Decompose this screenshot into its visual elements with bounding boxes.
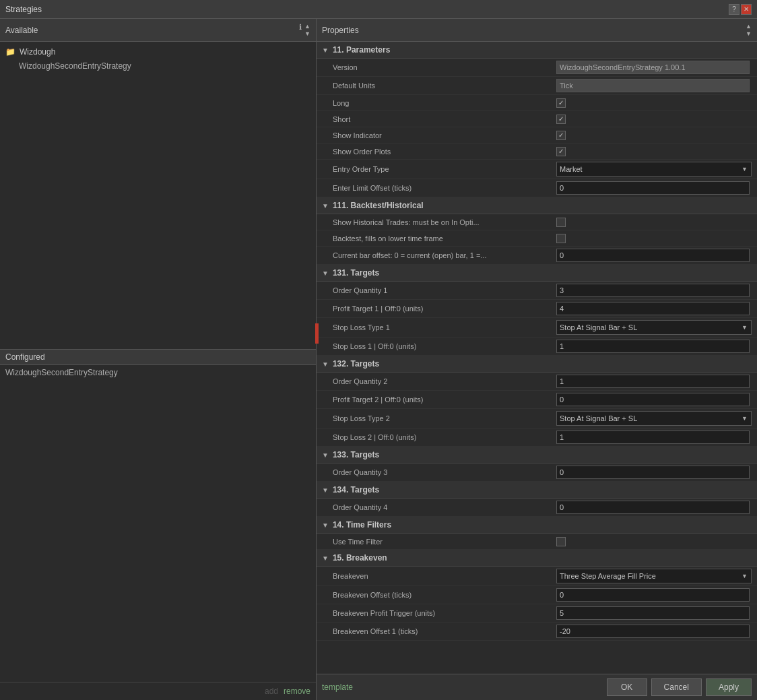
- prop-label: Current bar offset: 0 = current (open) b…: [333, 251, 556, 259]
- collapse-arrow: ▼: [322, 269, 329, 277]
- prop-input-readonly: [556, 61, 750, 74]
- strategy-item-available[interactable]: WizdoughSecondEntryStrategy: [0, 59, 316, 73]
- configured-header: Configured: [0, 349, 316, 365]
- prop-number-input[interactable]: [556, 501, 750, 514]
- prop-label: Order Quantity 4: [333, 503, 556, 511]
- prop-label: Entry Order Type: [333, 165, 556, 173]
- prop-row: Breakeven Offset 1 (ticks): [317, 623, 757, 641]
- remove-link[interactable]: remove: [284, 687, 310, 696]
- prop-number-input[interactable]: [556, 284, 750, 297]
- prop-label: Stop Loss 1 | Off:0 (units): [333, 342, 556, 350]
- prop-label: Show Historical Trades: must be on In Op…: [333, 218, 556, 226]
- prop-select-wrapper: MarketLimit: [556, 162, 752, 177]
- prop-label: Order Quantity 1: [333, 286, 556, 294]
- right-scroll-down[interactable]: ▼: [746, 30, 752, 37]
- section-title: 131. Targets: [333, 268, 379, 278]
- prop-checkbox[interactable]: [556, 537, 566, 546]
- section-header-breakeven[interactable]: ▼15. Breakeven: [317, 550, 757, 567]
- folder-wizdough[interactable]: 📁 Wizdough: [0, 44, 316, 59]
- prop-row: Stop Loss Type 1Stop At Signal Bar + SLF…: [317, 318, 757, 338]
- section-header-targets131[interactable]: ▼131. Targets: [317, 265, 757, 282]
- section-header-params[interactable]: ▼11. Parameters: [317, 42, 757, 59]
- prop-number-input[interactable]: [556, 375, 750, 388]
- prop-row: Order Quantity 4: [317, 499, 757, 517]
- bottom-bar: template OK Cancel Apply: [317, 674, 757, 700]
- configured-strategy-item[interactable]: WizdoughSecondEntryStrategy: [0, 365, 316, 380]
- collapse-arrow: ▼: [322, 554, 329, 562]
- prop-label: Default Units: [333, 82, 556, 90]
- section-header-targets134[interactable]: ▼134. Targets: [317, 482, 757, 499]
- prop-number-input[interactable]: [556, 588, 750, 602]
- prop-select-wrapper: Stop At Signal Bar + SLFixed: [556, 411, 752, 426]
- prop-checkbox[interactable]: [556, 147, 566, 156]
- section-title: 111. Backtest/Historical: [333, 201, 424, 210]
- prop-checkbox[interactable]: [556, 131, 566, 140]
- prop-row: Use Time Filter: [317, 534, 757, 550]
- help-button[interactable]: ?: [729, 4, 739, 15]
- window-title: Strategies: [5, 5, 42, 14]
- prop-label: Breakeven Offset (ticks): [333, 591, 556, 599]
- ok-button[interactable]: OK: [607, 678, 647, 696]
- properties-area: ▼11. ParametersVersionDefault UnitsLongS…: [317, 42, 757, 674]
- close-button[interactable]: ✕: [741, 4, 752, 15]
- section-title: 14. Time Filters: [333, 520, 391, 530]
- prop-label: Backtest, fills on lower time frame: [333, 234, 556, 243]
- prop-checkbox[interactable]: [556, 115, 566, 124]
- prop-label: Long: [333, 99, 556, 107]
- collapse-arrow: ▼: [322, 486, 329, 494]
- prop-number-input[interactable]: [556, 431, 750, 444]
- template-link[interactable]: template: [322, 682, 353, 692]
- prop-row: Show Order Plots: [317, 144, 757, 160]
- folder-icon: 📁: [5, 47, 15, 57]
- prop-label: Order Quantity 3: [333, 468, 556, 476]
- prop-checkbox[interactable]: [556, 218, 566, 227]
- prop-row: Long: [317, 95, 757, 111]
- section-header-targets133[interactable]: ▼133. Targets: [317, 447, 757, 464]
- scroll-down-icon[interactable]: ▼: [304, 30, 310, 37]
- section-header-backtest[interactable]: ▼111. Backtest/Historical: [317, 197, 757, 214]
- prop-number-input[interactable]: [556, 249, 750, 262]
- prop-row: Stop Loss 2 | Off:0 (units): [317, 428, 757, 447]
- prop-row: Order Quantity 2: [317, 373, 757, 391]
- prop-label: Breakeven Profit Trigger (units): [333, 609, 556, 617]
- prop-number-input[interactable]: [556, 393, 750, 406]
- prop-checkbox[interactable]: [556, 98, 566, 108]
- right-scroll-up[interactable]: ▲: [746, 23, 752, 30]
- collapse-arrow: ▼: [322, 451, 329, 459]
- prop-label: Stop Loss Type 2: [333, 414, 556, 422]
- cancel-button[interactable]: Cancel: [651, 678, 702, 696]
- prop-row: Profit Target 2 | Off:0 (units): [317, 391, 757, 409]
- prop-number-input[interactable]: [556, 302, 750, 315]
- prop-label: Show Indicator: [333, 131, 556, 139]
- prop-input-readonly: [556, 79, 750, 92]
- prop-row: Order Quantity 3: [317, 464, 757, 482]
- collapse-arrow: ▼: [322, 46, 329, 54]
- section-header-timefilters[interactable]: ▼14. Time Filters: [317, 517, 757, 534]
- prop-label: Enter Limit Offset (ticks): [333, 184, 556, 192]
- prop-checkbox[interactable]: [556, 234, 566, 243]
- prop-select[interactable]: Three Step Average Fill PriceFixed: [556, 569, 752, 583]
- prop-select[interactable]: MarketLimit: [556, 162, 752, 177]
- section-title: 134. Targets: [333, 485, 379, 495]
- prop-select-wrapper: Stop At Signal Bar + SLFixed: [556, 320, 752, 335]
- add-link: add: [265, 687, 278, 696]
- info-icon[interactable]: ℹ: [299, 23, 302, 37]
- scroll-up-icon[interactable]: ▲: [304, 23, 310, 30]
- apply-button[interactable]: Apply: [706, 678, 752, 696]
- prop-label: Profit Target 2 | Off:0 (units): [333, 395, 556, 404]
- prop-number-input[interactable]: [556, 340, 750, 353]
- prop-row: Profit Target 1 | Off:0 (units): [317, 300, 757, 318]
- prop-number-input[interactable]: [556, 466, 750, 479]
- section-header-targets132[interactable]: ▼132. Targets: [317, 356, 757, 373]
- prop-row: BreakevenThree Step Average Fill PriceFi…: [317, 567, 757, 586]
- collapse-arrow: ▼: [322, 521, 329, 529]
- prop-number-input[interactable]: [556, 181, 750, 195]
- prop-row: Stop Loss Type 2Stop At Signal Bar + SLF…: [317, 409, 757, 428]
- prop-select[interactable]: Stop At Signal Bar + SLFixed: [556, 320, 752, 335]
- prop-number-input[interactable]: [556, 606, 750, 620]
- folder-label: Wizdough: [20, 47, 55, 57]
- prop-number-input[interactable]: [556, 625, 750, 638]
- prop-label: Use Time Filter: [333, 538, 556, 546]
- prop-select[interactable]: Stop At Signal Bar + SLFixed: [556, 411, 752, 426]
- title-bar: Strategies ? ✕: [0, 0, 757, 19]
